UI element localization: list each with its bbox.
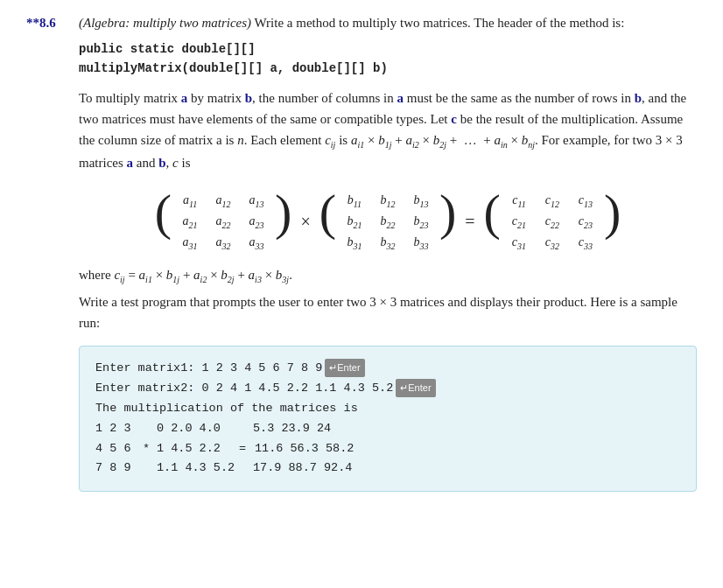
problem-body: public static double[][] multiplyMatrix(…	[79, 39, 697, 492]
paragraph-2: Write a test program that prompts the us…	[79, 291, 697, 333]
matrix-b: ( b11 b12 b13 b21 b22 b23 b31 b32 b33 )	[319, 187, 457, 257]
sample-l4-c3: 5.3 23.9 24	[253, 419, 331, 439]
matrix-a: ( a11 a12 a13 a21 a22 a23 a31 a32 a33 )	[155, 187, 292, 257]
sample-l6-c2: 1.1 4.3 5.2	[157, 458, 253, 479]
matrix-c-grid: c11 c12 c13 c21 c22 c23 c31 c32 c33	[501, 187, 604, 257]
paren-left-b: (	[319, 187, 336, 257]
sample-l5-c3: 11.6 56.3 58.2	[255, 439, 354, 459]
math-ain: ain	[494, 133, 507, 147]
sample-l6-c1: 7 8 9	[95, 458, 157, 479]
problem-title-italic: (Algebra: multiply two matrices)	[79, 16, 251, 30]
matrix-b-grid: b11 b12 b13 b21 b22 b23 b31 b32 b33	[336, 187, 439, 257]
sample-line2-text: Enter matrix2: 0 2 4 1 4.5 2.2 1.1 4.3 5…	[95, 382, 393, 395]
equals-symbol: =	[461, 212, 478, 232]
enter-button-1[interactable]: ↵Enter	[325, 359, 364, 377]
sample-run-box: Enter matrix1: 1 2 3 4 5 6 7 8 9↵Enter E…	[79, 346, 697, 493]
sample-line4: 1 2 3 0 2.0 4.0 5.3 23.9 24	[95, 419, 680, 439]
math-ai1: ai1	[351, 133, 364, 147]
paren-left-a: (	[155, 187, 172, 257]
math-b2j: b2j	[433, 133, 446, 147]
math-ai2: ai2	[405, 133, 418, 147]
problem-title-rest: Write a method to multiply two matrices.…	[255, 16, 625, 30]
paren-right-b: )	[439, 187, 456, 257]
where-line: where cij = ai1 × b1j + ai2 × b2j + ai3 …	[79, 268, 697, 284]
sample-line1: Enter matrix1: 1 2 3 4 5 6 7 8 9↵Enter	[95, 359, 680, 379]
paren-right-a: )	[275, 187, 291, 257]
bold-b3: b	[158, 156, 165, 170]
sample-l4-c2: 0 2.0 4.0	[157, 419, 253, 439]
code-line2: multiplyMatrix(double[][] a, double[][] …	[79, 59, 697, 78]
sample-line3: The multiplication of the matrices is	[95, 399, 680, 419]
paren-left-c: (	[484, 187, 501, 257]
sample-line6: 7 8 9 1.1 4.3 5.2 17.9 88.7 92.4	[95, 458, 680, 479]
matrix-equation: ( a11 a12 a13 a21 a22 a23 a31 a32 a33 ) …	[79, 187, 697, 257]
math-bnj: bnj	[522, 133, 535, 147]
bold-b2: b	[635, 91, 642, 105]
sample-l5-c1: 4 5 6	[95, 439, 143, 459]
where-text: where cij = ai1 × b1j + ai2 × b2j + ai3 …	[79, 268, 292, 284]
math-c2: c	[172, 156, 179, 170]
equals-symbol-2: =	[239, 439, 255, 459]
paren-right-c: )	[604, 187, 621, 257]
bold-b: b	[245, 91, 252, 105]
math-cij: cij	[325, 133, 335, 147]
enter-button-2[interactable]: ↵Enter	[396, 379, 435, 397]
sample-l5-c2: 1 4.5 2.2	[157, 439, 239, 459]
multiply-symbol: ×	[297, 212, 313, 232]
sample-line1-text: Enter matrix1: 1 2 3 4 5 6 7 8 9	[95, 361, 322, 374]
math-n: n	[237, 133, 244, 147]
problem-header: **8.6 (Algebra: multiply two matrices) W…	[26, 16, 697, 31]
sample-line5: 4 5 6 * 1 4.5 2.2 = 11.6 56.3 58.2	[95, 439, 680, 459]
sample-l4-c1: 1 2 3	[95, 419, 157, 439]
math-b1j: b1j	[378, 133, 391, 147]
sample-l6-c3: 17.9 88.7 92.4	[253, 458, 352, 479]
code-line1: public static double[][]	[79, 39, 697, 59]
paragraph-1: To multiply matrix a by matrix b, the nu…	[79, 88, 697, 173]
bold-c: c	[451, 112, 457, 126]
bold-a: a	[181, 91, 188, 105]
matrix-c: ( c11 c12 c13 c21 c22 c23 c31 c32 c33 )	[484, 187, 621, 257]
matrix-a-grid: a11 a12 a13 a21 a22 a23 a31 a32 a33	[172, 187, 275, 257]
bold-a3: a	[127, 156, 134, 170]
sample-line2: Enter matrix2: 0 2 4 1 4.5 2.2 1.1 4.3 5…	[95, 379, 680, 399]
bold-a2: a	[397, 91, 404, 105]
code-block: public static double[][] multiplyMatrix(…	[79, 39, 697, 79]
star-symbol: *	[143, 439, 157, 459]
problem-number: **8.6	[26, 16, 79, 31]
